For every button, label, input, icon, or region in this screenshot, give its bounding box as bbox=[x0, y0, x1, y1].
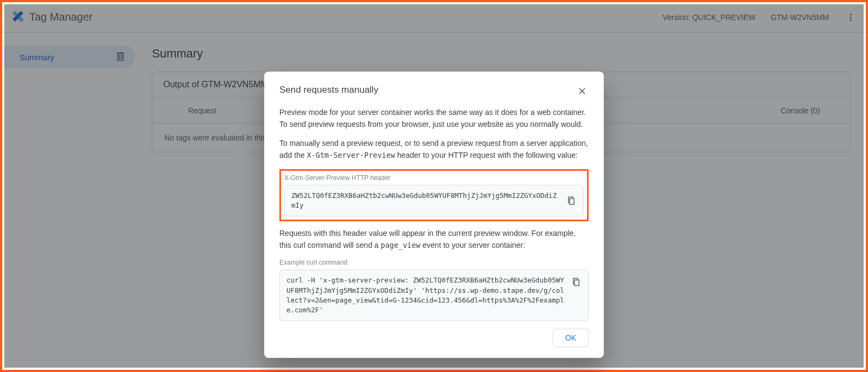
app-frame: Tag Manager Version: QUICK_PREVIEW GTM-W… bbox=[0, 0, 868, 372]
modal-p3-code: page_view bbox=[381, 241, 420, 249]
header-value-highlight: X-Gtm-Server-Preview HTTP header ZW52LTQ… bbox=[279, 169, 589, 221]
header-value-text: ZW52LTQ0fEZ3RXB6aHZtb2cwNUw3eGdub05WYUF8… bbox=[291, 191, 557, 209]
modal-actions: OK bbox=[279, 329, 589, 347]
close-icon bbox=[577, 86, 588, 97]
header-field-label: X-Gtm-Server-Preview HTTP header bbox=[284, 174, 584, 182]
close-button[interactable] bbox=[576, 85, 589, 99]
curl-field-label: Example curl command bbox=[279, 259, 589, 266]
modal-p2-code: X-Gtm-Server-Preview bbox=[307, 151, 395, 159]
ok-button[interactable]: OK bbox=[553, 329, 589, 347]
modal-header: Send requests manually bbox=[279, 85, 589, 99]
copy-curl-button[interactable] bbox=[569, 274, 584, 290]
header-value-box[interactable]: ZW52LTQ0fEZ3RXB6aHZtb2cwNUw3eGdub05WYUF8… bbox=[284, 185, 584, 216]
copy-icon bbox=[571, 277, 581, 287]
modal-title: Send requests manually bbox=[279, 85, 378, 95]
modal-paragraph-3: Requests with this header value will app… bbox=[279, 228, 589, 251]
modal-paragraph-2: To manually send a preview request, or t… bbox=[279, 138, 589, 161]
send-requests-modal: Send requests manually Preview mode for … bbox=[264, 72, 604, 358]
curl-command-text: curl -H 'x-gtm-server-preview: ZW52LTQ0f… bbox=[286, 276, 564, 313]
curl-command-box[interactable]: curl -H 'x-gtm-server-preview: ZW52LTQ0f… bbox=[279, 270, 589, 321]
copy-header-button[interactable] bbox=[564, 193, 579, 208]
modal-p3-b: event to your server container: bbox=[420, 241, 525, 249]
modal-p2-b: header to your HTTP request with the fol… bbox=[395, 151, 578, 159]
modal-paragraph-1: Preview mode for your server container w… bbox=[279, 107, 589, 130]
copy-icon bbox=[566, 196, 576, 206]
